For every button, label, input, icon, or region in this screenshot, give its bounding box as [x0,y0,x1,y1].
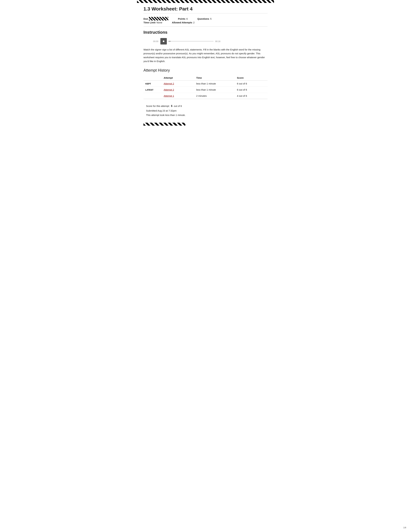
points-label: Points [178,17,185,20]
progress-bar[interactable] [168,41,214,42]
points-item: Points 6 [178,17,188,20]
score-line: Score for this attempt: 6 out of 6 [146,104,265,108]
due-item: Due [143,17,168,20]
submitted-line: Submitted Aug 23 at 7:32pm [146,108,265,113]
attempt-link[interactable]: Attempt 2 [164,82,174,85]
due-date-value [149,17,168,20]
row-score: 6 out of 6 [235,81,268,87]
attempt-history-section: Attempt History Attempt Time Score KEPTA… [143,68,268,99]
col-header-attempt: Attempt [162,75,194,81]
col-header-badge [143,75,162,81]
row-badge: KEPT [143,81,162,87]
duration-line: This attempt took less than 1 minute. [146,113,265,117]
top-border-decoration [137,0,274,3]
instructions-heading: Instructions [143,30,268,35]
video-container: 00:00 00:16 [153,38,221,45]
video-time-start: 00:00 [153,40,159,43]
meta-row-2: Time Limit None Allowed Attempts 2 [143,21,268,24]
play-dot-icon [163,40,164,42]
points-value: 6 [186,17,188,20]
allowed-attempts-label: Allowed Attempts [172,21,192,24]
table-row: KEPTAttempt 2less than 1 minute6 out of … [143,81,268,87]
table-row: Attempt 12 minutes4 out of 6 [143,93,268,99]
score-label: Score for this attempt: [146,105,170,107]
allowed-attempts-item: Allowed Attempts 2 [172,21,195,24]
questions-label: Questions [197,17,209,20]
attempt-link[interactable]: Attempt 2 [164,88,174,91]
meta-section: Due Points 6 Questions 5 Time Limit None… [143,15,268,27]
row-attempt-link[interactable]: Attempt 1 [162,93,194,99]
score-summary: Score for this attempt: 6 out of 6 Submi… [143,102,268,119]
video-player[interactable]: 00:00 00:16 [153,38,221,45]
row-time: less than 1 minute [194,87,235,93]
meta-row-1: Due Points 6 Questions 5 [143,17,268,20]
row-attempt-link[interactable]: Attempt 2 [162,81,194,87]
questions-value: 5 [210,17,211,20]
col-header-time: Time [194,75,235,81]
progress-fill [168,41,171,42]
row-time: less than 1 minute [194,81,235,87]
instructions-body: Watch the signer sign a list of differen… [143,48,268,63]
score-value: 6 [171,105,172,107]
play-button[interactable] [160,38,167,45]
attempt-history-heading: Attempt History [143,68,268,73]
badge-label: KEPT [145,83,151,85]
table-row: LATESTAttempt 2less than 1 minute6 out o… [143,87,268,93]
allowed-attempts-value: 2 [193,21,195,24]
time-limit-item: Time Limit None [143,21,162,24]
page-title: 1.3 Worksheet: Part 4 [143,6,268,13]
row-time: 2 minutes [194,93,235,99]
row-badge: LATEST [143,87,162,93]
row-score: 4 out of 6 [235,93,268,99]
col-header-score: Score [235,75,268,81]
video-time-end: 00:16 [215,40,221,43]
time-limit-value: None [157,21,162,24]
row-attempt-link[interactable]: Attempt 2 [162,87,194,93]
bottom-border-decoration [143,123,185,126]
score-total: out of 6 [174,105,182,107]
badge-label: LATEST [145,89,153,91]
time-limit-label: Time Limit [143,21,156,24]
table-header-row: Attempt Time Score [143,75,268,81]
row-badge [143,93,162,99]
row-score: 6 out of 6 [235,87,268,93]
attempt-link[interactable]: Attempt 1 [164,95,174,97]
questions-item: Questions 5 [197,17,212,20]
due-label: Due [143,17,148,20]
attempt-table: Attempt Time Score KEPTAttempt 2less tha… [143,75,268,99]
